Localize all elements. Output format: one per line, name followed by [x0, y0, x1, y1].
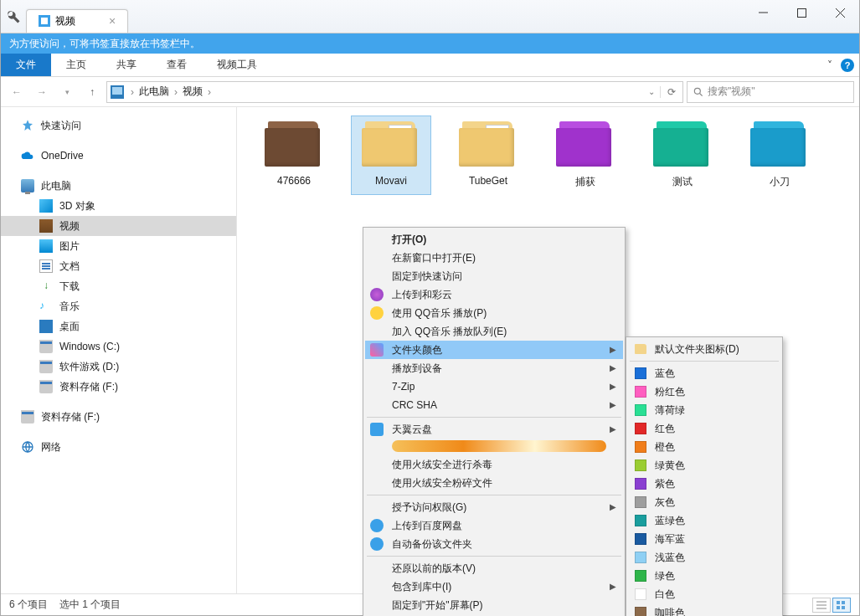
- color-bluegreen[interactable]: 蓝绿色: [628, 511, 780, 530]
- download-icon: ↓: [39, 280, 53, 293]
- view-details-button[interactable]: [812, 598, 831, 613]
- caiyun-icon: [370, 288, 384, 301]
- side-quick-access[interactable]: 快速访问: [1, 116, 236, 136]
- ctx-crc[interactable]: CRC SHA▶: [365, 396, 623, 414]
- ribbon-view[interactable]: 查看: [152, 54, 202, 76]
- side-music[interactable]: ♪音乐: [1, 296, 236, 316]
- folder-name: 小刀: [770, 175, 790, 189]
- ctx-7zip[interactable]: 7-Zip▶: [365, 377, 623, 396]
- document-icon: [39, 259, 53, 273]
- folder-item[interactable]: 捕获: [545, 116, 626, 195]
- ctx-tianyi[interactable]: 天翼云盘▶: [365, 420, 623, 439]
- side-pictures[interactable]: 图片: [1, 236, 236, 256]
- crumb-sep-icon[interactable]: ›: [129, 86, 136, 98]
- color-orange[interactable]: 橙色: [628, 438, 780, 456]
- color-lightblue[interactable]: 浅蓝色: [628, 548, 780, 567]
- side-downloads[interactable]: ↓下载: [1, 276, 236, 296]
- ribbon-video-tools[interactable]: 视频工具: [202, 54, 272, 76]
- ctx-include-lib[interactable]: 包含到库中(I)▶: [365, 578, 623, 596]
- color-default[interactable]: 默认文件夹图标(D): [628, 340, 780, 358]
- cube-icon: [39, 199, 53, 213]
- ctx-huorong-scan[interactable]: 使用火绒安全进行杀毒: [365, 455, 623, 474]
- submenu-arrow-icon: ▶: [610, 582, 616, 591]
- drive-icon: [39, 380, 53, 393]
- ribbon-share[interactable]: 共享: [101, 54, 152, 76]
- cloud-icon: [21, 149, 34, 162]
- folder-item[interactable]: TubeGet: [448, 116, 528, 195]
- ribbon-file[interactable]: 文件: [1, 54, 51, 76]
- crumb-root[interactable]: 此电脑: [136, 85, 173, 99]
- side-network[interactable]: 网络: [1, 437, 236, 457]
- color-olive[interactable]: 绿黄色: [628, 456, 780, 475]
- ctx-restore[interactable]: 还原以前的版本(V): [365, 559, 623, 578]
- folder-icon: [362, 121, 420, 168]
- color-green[interactable]: 绿色: [628, 567, 780, 585]
- ctx-qq-play[interactable]: 使用 QQ音乐 播放(P): [365, 304, 623, 322]
- ctx-open[interactable]: 打开(O): [365, 230, 623, 249]
- side-drive-d[interactable]: 软件游戏 (D:): [1, 357, 236, 377]
- nav-recent[interactable]: ▾: [56, 81, 78, 103]
- ctx-huorong-shred[interactable]: 使用火绒安全粉碎文件: [365, 474, 623, 492]
- side-drive-f2[interactable]: 资料存储 (F:): [1, 407, 236, 427]
- ctx-qq-queue[interactable]: 加入 QQ音乐 播放队列(E): [365, 322, 623, 341]
- ctx-baidu-backup[interactable]: 自动备份该文件夹: [365, 535, 623, 553]
- browser-tab[interactable]: 视频 ×: [26, 9, 128, 33]
- close-tab-icon[interactable]: ×: [109, 14, 116, 28]
- color-white[interactable]: 白色: [628, 585, 780, 603]
- folder-item[interactable]: 测试: [642, 116, 723, 195]
- folder-item[interactable]: Movavi: [351, 116, 431, 195]
- ctx-cast[interactable]: 播放到设备▶: [365, 359, 623, 377]
- folder-item[interactable]: 476666: [254, 116, 334, 195]
- nav-up[interactable]: ↑: [81, 81, 103, 103]
- refresh-icon[interactable]: ⟳: [660, 86, 676, 98]
- side-desktop[interactable]: 桌面: [1, 316, 236, 336]
- ctx-open-new-window[interactable]: 在新窗口中打开(E): [365, 249, 623, 267]
- swatch-icon: [635, 552, 646, 563]
- ctx-folder-color[interactable]: 文件夹颜色▶: [365, 341, 623, 359]
- search-box[interactable]: 搜索"视频": [687, 81, 854, 103]
- wrench-icon[interactable]: [6, 9, 21, 24]
- color-blue[interactable]: 蓝色: [628, 364, 780, 382]
- color-coffee[interactable]: 咖啡色: [628, 603, 780, 616]
- address-bar[interactable]: › 此电脑 › 视频 › ⌄ ⟳: [106, 81, 683, 103]
- maximize-button[interactable]: [782, 0, 821, 25]
- crumb-sep-icon[interactable]: ›: [173, 86, 179, 98]
- close-button[interactable]: [821, 0, 859, 25]
- help-icon[interactable]: ?: [841, 59, 854, 72]
- svg-rect-5: [837, 606, 840, 609]
- music-icon: ♪: [39, 300, 53, 313]
- side-video[interactable]: 视频: [1, 216, 236, 236]
- side-drive-c[interactable]: Windows (C:): [1, 336, 236, 357]
- pc-icon: [21, 179, 34, 192]
- folder-name: 捕获: [575, 175, 595, 189]
- ctx-grant-access[interactable]: 授予访问权限(G)▶: [365, 498, 623, 516]
- ctx-pin-start[interactable]: 固定到"开始"屏幕(P): [365, 596, 623, 614]
- ctx-baidu-upload[interactable]: 上传到百度网盘: [365, 516, 623, 535]
- side-this-pc[interactable]: 此电脑: [1, 176, 236, 196]
- color-gray[interactable]: 灰色: [628, 493, 780, 511]
- side-3d[interactable]: 3D 对象: [1, 196, 236, 216]
- minimize-button[interactable]: [744, 0, 782, 25]
- addr-dropdown-icon[interactable]: ⌄: [648, 87, 655, 96]
- ribbon-home[interactable]: 主页: [51, 54, 101, 76]
- crumb-sep-icon[interactable]: ›: [206, 86, 213, 98]
- ribbon-collapse-icon[interactable]: ˅: [827, 59, 832, 71]
- ctx-pin-quick[interactable]: 固定到快速访问: [365, 267, 623, 285]
- view-icons-button[interactable]: [832, 598, 851, 613]
- color-red[interactable]: 红色: [628, 419, 780, 438]
- ctx-caiyun[interactable]: 上传到和彩云: [365, 285, 623, 304]
- side-drive-f[interactable]: 资料存储 (F:): [1, 377, 236, 397]
- folder-item[interactable]: 小刀: [739, 116, 820, 195]
- bookmark-hint-bar: 为方便访问，可将书签直接放在书签栏中。: [1, 33, 859, 54]
- side-documents[interactable]: 文档: [1, 256, 236, 276]
- color-navy[interactable]: 海军蓝: [628, 530, 780, 548]
- color-pink[interactable]: 粉红色: [628, 382, 780, 401]
- side-onedrive[interactable]: OneDrive: [1, 146, 236, 166]
- nav-back[interactable]: ←: [6, 81, 28, 103]
- crumb-1[interactable]: 视频: [179, 85, 206, 99]
- swatch-icon: [635, 404, 646, 416]
- swatch-icon: [635, 367, 646, 379]
- color-purple[interactable]: 紫色: [628, 475, 780, 493]
- star-icon: [21, 119, 34, 132]
- color-mint[interactable]: 薄荷绿: [628, 401, 780, 419]
